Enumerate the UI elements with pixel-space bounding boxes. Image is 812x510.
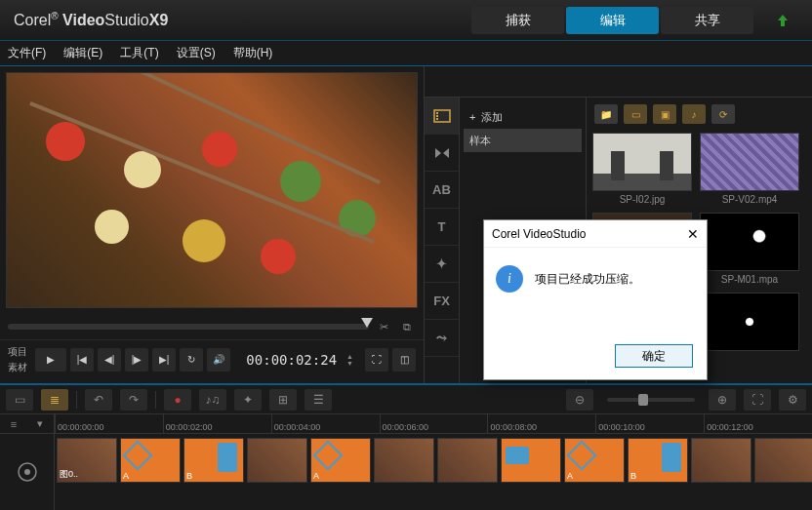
- lib-tab-title[interactable]: AB: [425, 172, 459, 209]
- tree-add[interactable]: +添加: [464, 105, 582, 129]
- menu-help[interactable]: 帮助(H): [233, 45, 273, 61]
- mode-share[interactable]: 共享: [661, 7, 753, 34]
- lib-tab-graphic[interactable]: ✦: [425, 246, 459, 283]
- clip[interactable]: [374, 438, 434, 483]
- clip[interactable]: [691, 438, 751, 483]
- lib-thumb[interactable]: SP-V02.mp4: [700, 133, 799, 205]
- clip[interactable]: [437, 438, 498, 483]
- lib-filter-video[interactable]: ▭: [624, 104, 647, 124]
- svg-rect-2: [436, 115, 438, 117]
- mode-capture[interactable]: 捕获: [471, 7, 564, 34]
- clip[interactable]: A: [120, 438, 181, 483]
- mark-in-icon[interactable]: ✂: [375, 318, 392, 335]
- dialog-title: Corel VideoStudio: [492, 227, 587, 241]
- dialog-close-button[interactable]: ✕: [687, 226, 699, 242]
- scrub-bar[interactable]: [8, 324, 369, 330]
- mode-project-label[interactable]: 项目: [8, 345, 27, 359]
- home-button[interactable]: |◀: [70, 348, 94, 372]
- lib-tab-transitions[interactable]: [425, 135, 459, 172]
- next-frame-button[interactable]: |▶: [125, 348, 148, 372]
- tl-subtitle-button[interactable]: ☰: [304, 389, 332, 411]
- end-button[interactable]: ▶|: [152, 348, 176, 372]
- clip[interactable]: [754, 438, 812, 483]
- menu-file[interactable]: 文件(F): [8, 45, 46, 61]
- split-button[interactable]: ◫: [392, 348, 416, 372]
- mode-edit[interactable]: 编辑: [566, 7, 659, 34]
- tl-chapter-button[interactable]: ⊞: [269, 389, 297, 411]
- scrub-handle[interactable]: [361, 318, 373, 328]
- tl-ruler[interactable]: 00:00:00:00 00:00:02:00 00:00:04:00 00:0…: [55, 414, 812, 433]
- tl-record-button[interactable]: ●: [164, 389, 191, 411]
- volume-button[interactable]: 🔊: [207, 348, 230, 372]
- clip[interactable]: B: [183, 438, 244, 483]
- tl-zoom-in[interactable]: ⊕: [709, 389, 736, 411]
- dialog-ok-button[interactable]: 确定: [615, 344, 693, 368]
- mark-out-icon[interactable]: ⧉: [398, 318, 416, 335]
- loop-button[interactable]: ↻: [180, 348, 203, 372]
- clip[interactable]: A: [310, 438, 371, 483]
- lib-thumb[interactable]: SP-I02.jpg: [592, 133, 692, 205]
- clip[interactable]: [247, 438, 307, 483]
- upload-icon[interactable]: [763, 7, 802, 34]
- clip[interactable]: A: [564, 438, 625, 483]
- lib-sort-button[interactable]: ⟳: [711, 104, 735, 124]
- tl-fit-button[interactable]: ⛶: [744, 389, 771, 411]
- fullscreen-button[interactable]: ⛶: [365, 348, 388, 372]
- prev-frame-button[interactable]: ◀|: [98, 348, 121, 372]
- mode-clip-label[interactable]: 素材: [8, 361, 27, 374]
- lib-tab-fx[interactable]: FX: [425, 283, 459, 320]
- lib-filter-audio[interactable]: ♪: [682, 104, 706, 124]
- menu-edit[interactable]: 编辑(E): [63, 45, 102, 61]
- plus-icon: +: [469, 111, 475, 123]
- tl-auto-music[interactable]: ✦: [234, 389, 262, 411]
- tl-audio-mixer[interactable]: ♪♫: [199, 389, 226, 411]
- clip[interactable]: 图0..: [57, 438, 117, 483]
- tc-up[interactable]: ▲: [346, 353, 353, 360]
- info-icon: i: [496, 265, 523, 293]
- preview-monitor: [6, 72, 418, 308]
- info-dialog: Corel VideoStudio ✕ i 项目已经成功压缩。 确定: [483, 219, 708, 380]
- tl-storyboard-view[interactable]: ▭: [6, 389, 33, 411]
- timecode-display[interactable]: 00:00:02:24: [246, 352, 337, 368]
- tree-sample[interactable]: 样本: [464, 129, 582, 152]
- tl-timeline-view[interactable]: ≣: [41, 389, 68, 411]
- svg-rect-1: [436, 112, 438, 114]
- lib-thumb[interactable]: [700, 293, 799, 354]
- tc-down[interactable]: ▼: [346, 360, 353, 367]
- tl-zoom-slider[interactable]: [607, 398, 695, 402]
- tl-settings-button[interactable]: ⚙: [779, 389, 806, 411]
- lib-filter-image[interactable]: ▣: [653, 104, 676, 124]
- lib-tab-text[interactable]: T: [425, 209, 459, 246]
- tl-redo[interactable]: ↷: [120, 389, 147, 411]
- clip[interactable]: [501, 438, 561, 483]
- svg-rect-3: [436, 118, 438, 120]
- lib-tab-path[interactable]: ⤳: [425, 320, 459, 357]
- menu-settings[interactable]: 设置(S): [177, 45, 216, 61]
- clip[interactable]: B: [628, 438, 688, 483]
- svg-point-5: [24, 469, 30, 475]
- lib-thumb[interactable]: SP-M01.mpa: [700, 213, 799, 285]
- dialog-message: 项目已经成功压缩。: [535, 271, 640, 288]
- tl-zoom-knob[interactable]: [638, 394, 648, 406]
- tl-expand-tracks[interactable]: ▾: [37, 417, 43, 430]
- menu-tools[interactable]: 工具(T): [120, 45, 158, 61]
- track-clips[interactable]: 图0.. A B A A B: [55, 434, 812, 510]
- tl-toggle-tracks[interactable]: ≡: [11, 418, 17, 430]
- video-track-head[interactable]: [0, 434, 55, 510]
- tl-zoom-out[interactable]: ⊖: [566, 389, 593, 411]
- app-logo: Corel® VideoStudioX9: [0, 11, 182, 29]
- tl-undo[interactable]: ↶: [85, 389, 112, 411]
- lib-tab-media[interactable]: [425, 98, 459, 135]
- play-button[interactable]: ▶: [35, 348, 66, 372]
- lib-folder-icon[interactable]: 📁: [594, 104, 618, 124]
